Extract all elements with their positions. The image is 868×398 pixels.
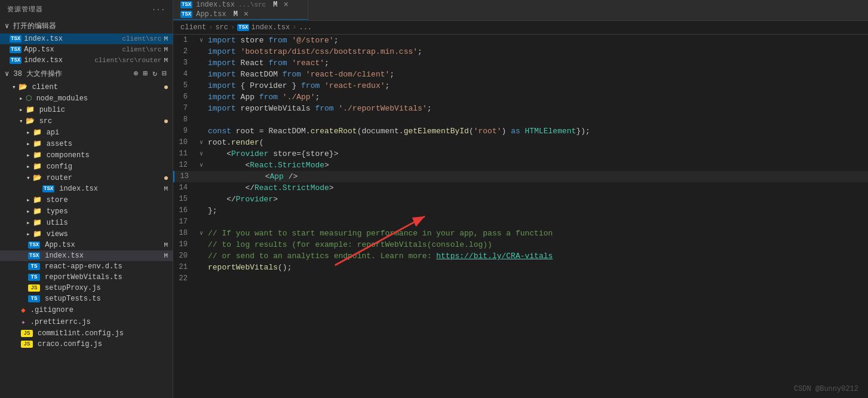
folder-icon: 📁 <box>33 207 42 216</box>
item-label: api <box>47 128 106 137</box>
file-item[interactable]: ◆ .gitignore <box>0 304 173 316</box>
file-item[interactable]: ✦ .prettierrc.js <box>0 316 173 328</box>
folder-icon: 📂 <box>33 173 42 182</box>
large-files-label: ∨ 38 大文件操作 <box>5 69 62 79</box>
modified-badge: M <box>164 46 168 53</box>
folder-item[interactable]: ▸ 📁 types <box>0 206 173 217</box>
editor-tab[interactable]: TSX index.tsx ...\src M × <box>173 0 308 10</box>
tabs-list: TSX index.tsx ...\src M × TSX App.tsx M … <box>173 0 308 20</box>
modified-badge: M <box>164 241 168 249</box>
new-folder-icon[interactable]: ⊞ <box>142 68 149 79</box>
code-editor[interactable]: 1 ∨ import store from '@/store'; 2 impor… <box>173 35 868 398</box>
line-number: 19 <box>173 239 197 250</box>
open-editors-label: ∨ 打开的编辑器 <box>5 21 56 31</box>
file-path: client\src <box>122 35 161 42</box>
fold-arrow[interactable]: ∨ <box>197 35 206 46</box>
tab-close-icon[interactable]: × <box>283 0 288 10</box>
line-content: // or send to an analytics endpoint. Lea… <box>206 250 868 262</box>
breadcrumb-sep-2: › <box>231 23 235 32</box>
chevron-icon: ▸ <box>26 128 30 136</box>
file-item[interactable]: JS commitlint.config.js <box>0 328 173 339</box>
new-file-icon[interactable]: ⊕ <box>133 68 140 79</box>
line-content: import reportWebVitals from './reportWeb… <box>206 103 868 114</box>
file-item[interactable]: TSX App.tsx M <box>0 240 173 250</box>
modified-dot <box>164 120 168 123</box>
file-item[interactable]: TS react-app-env.d.ts <box>0 261 173 272</box>
folder-item[interactable]: ▸ 📁 public <box>0 104 173 115</box>
chevron-icon: ▸ <box>26 196 30 204</box>
collapse-icon[interactable]: ⊟ <box>161 68 168 79</box>
code-line: 2 import 'bootstrap/dist/css/bootstrap.m… <box>173 46 868 57</box>
open-file-item[interactable]: TSX index.tsx client\src M <box>0 33 173 44</box>
open-file-item[interactable]: TSX App.tsx client\src M <box>0 44 173 55</box>
modified-badge: M <box>164 57 168 64</box>
file-item[interactable]: TSX index.tsx M <box>0 250 173 261</box>
line-content: <React.StrictMode> <box>206 160 868 171</box>
folder-item[interactable]: ▸ 📁 store <box>0 194 173 206</box>
line-content: const root = ReactDOM.createRoot(documen… <box>206 125 868 137</box>
open-files-list: TSX index.tsx client\src M TSX App.tsx c… <box>0 33 173 66</box>
sidebar-menu-dots[interactable]: ··· <box>152 6 165 13</box>
file-path: client\src\router <box>94 57 161 64</box>
fold-arrow[interactable]: ∨ <box>197 160 206 171</box>
file-item[interactable]: TSX index.tsx M <box>0 183 173 194</box>
tab-modified: M <box>234 10 238 19</box>
folder-item[interactable]: ▸ 📁 api <box>0 127 173 138</box>
folder-item[interactable]: ▾ 📂 client <box>0 81 173 93</box>
item-label: node_modules <box>36 94 101 103</box>
folder-item[interactable]: ▸ 📁 assets <box>0 138 173 149</box>
line-number: 22 <box>173 273 197 284</box>
modified-badge: M <box>164 35 168 42</box>
code-line: 10 ∨ root.render( <box>173 137 868 148</box>
breadcrumb-src: src <box>215 23 228 32</box>
item-label: utils <box>47 219 106 227</box>
folder-item[interactable]: ▸ 📁 utils <box>0 217 173 228</box>
line-number: 10 <box>173 137 197 148</box>
item-label: config <box>47 163 106 171</box>
tsx-icon: TS <box>28 274 40 281</box>
line-content: </React.StrictMode> <box>206 182 868 194</box>
tsx-icon: TSX <box>28 241 40 249</box>
file-item[interactable]: TS reportWebVitals.ts <box>0 272 173 283</box>
file-item[interactable]: TS setupTests.ts <box>0 293 173 304</box>
line-content: import 'bootstrap/dist/css/bootstrap.min… <box>206 46 868 57</box>
editor-tab[interactable]: TSX App.tsx M × <box>173 10 308 19</box>
file-tree: ▾ 📂 client ▸ ⬡ node_modules ▸ 📁 public ▾… <box>0 81 173 398</box>
folder-item[interactable]: ▾ 📂 src <box>0 115 173 127</box>
tab-close-icon[interactable]: × <box>244 10 249 19</box>
sidebar-title-text: 资源管理器 <box>7 5 43 14</box>
open-editors-header[interactable]: ∨ 打开的编辑器 <box>0 19 173 33</box>
line-number: 17 <box>173 216 197 228</box>
fold-arrow[interactable]: ∨ <box>197 137 206 148</box>
line-number: 9 <box>173 125 197 137</box>
tsx-icon: TS <box>28 295 40 302</box>
file-item[interactable]: JS craco.config.js <box>0 339 173 350</box>
large-files-header[interactable]: ∨ 38 大文件操作 ⊕ ⊞ ↻ ⊟ <box>0 66 173 81</box>
fold-arrow[interactable]: ∨ <box>197 228 206 239</box>
file-tsx-icon: TSX <box>10 35 22 42</box>
folder-item[interactable]: ▸ ⬡ node_modules <box>0 93 173 104</box>
code-line: 16 }; <box>173 205 868 216</box>
breadcrumb-file: TSX index.tsx <box>237 23 290 32</box>
open-file-item[interactable]: TSX index.tsx client\src\router M <box>0 55 173 66</box>
chevron-icon: ▾ <box>19 117 23 125</box>
code-line: 17 <box>173 216 868 228</box>
folder-item[interactable]: ▸ 📁 config <box>0 161 173 172</box>
fold-arrow[interactable]: ∨ <box>197 148 206 160</box>
file-item[interactable]: JS setupProxy.js <box>0 283 173 293</box>
tab-name: App.tsx <box>196 10 226 19</box>
tab-modified: M <box>273 1 277 9</box>
chevron-icon: ▸ <box>26 140 30 148</box>
folder-item[interactable]: ▾ 📂 router <box>0 172 173 183</box>
line-content: reportWebVitals(); <box>206 262 868 273</box>
folder-item[interactable]: ▸ 📁 components <box>0 149 173 161</box>
code-line: 11 ∨ <Provider store={store}> <box>173 148 868 160</box>
folder-item[interactable]: ▸ 📁 views <box>0 228 173 240</box>
breadcrumb-tsx-icon: TSX <box>237 24 249 31</box>
refresh-icon[interactable]: ↻ <box>151 68 158 79</box>
item-label: assets <box>47 140 106 148</box>
line-content: import store from '@/store'; <box>206 35 868 46</box>
folder-icon: 📁 <box>26 105 35 114</box>
chevron-icon: ▾ <box>12 83 16 91</box>
item-label: views <box>47 230 106 238</box>
